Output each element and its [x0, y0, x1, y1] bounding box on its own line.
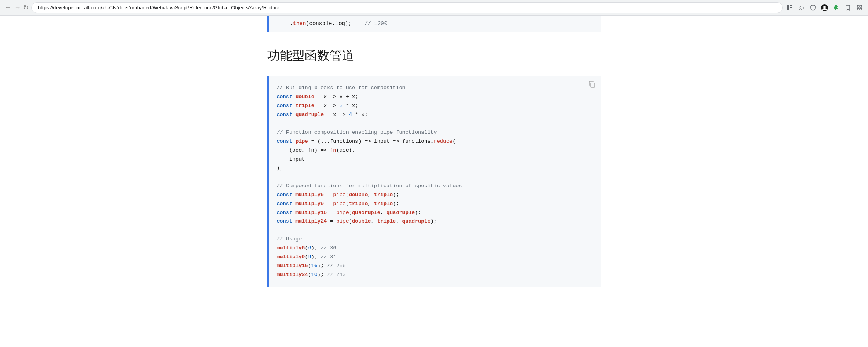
forward-icon[interactable]: →: [14, 3, 21, 12]
address-bar[interactable]: https://developer.mozilla.org/zh-CN/docs…: [31, 2, 783, 13]
extension-icon[interactable]: [832, 4, 840, 12]
shield-icon[interactable]: [809, 4, 817, 12]
profile-icon[interactable]: [821, 4, 828, 12]
back-icon[interactable]: ←: [5, 3, 12, 12]
reader-view-icon[interactable]: [786, 4, 794, 12]
browser-nav-icons: ← → ↻: [5, 3, 28, 12]
section-heading: 功能型函数管道: [267, 47, 601, 64]
content-wrapper: .then(console.log); // 1200 功能型函数管道 // B…: [260, 16, 609, 287]
svg-rect-8: [860, 5, 862, 7]
bookmark-icon[interactable]: [844, 4, 852, 12]
svg-point-6: [823, 6, 826, 8]
top-code-pre: .then(console.log); // 1200: [277, 19, 593, 28]
svg-rect-0: [787, 5, 789, 10]
browser-chrome: ← → ↻ https://developer.mozilla.org/zh-C…: [0, 0, 868, 16]
svg-rect-3: [790, 9, 792, 9]
svg-rect-9: [857, 8, 859, 10]
browser-right-icons: 文A: [786, 4, 863, 12]
top-code-block: .then(console.log); // 1200: [267, 16, 601, 32]
svg-rect-7: [857, 5, 859, 7]
svg-rect-1: [790, 5, 792, 6]
reload-icon[interactable]: ↻: [23, 4, 28, 11]
svg-rect-10: [860, 8, 862, 10]
svg-text:文A: 文A: [799, 6, 804, 10]
page-content: .then(console.log); // 1200 功能型函数管道 // B…: [0, 16, 868, 299]
translate-icon[interactable]: 文A: [797, 4, 805, 12]
extensions-icon[interactable]: [856, 4, 863, 12]
code-content: // Building-blocks to use for compositio…: [277, 84, 585, 280]
svg-rect-2: [790, 7, 792, 8]
copy-icon[interactable]: [588, 81, 596, 88]
svg-rect-11: [591, 83, 595, 87]
url-text: https://developer.mozilla.org/zh-CN/docs…: [38, 5, 281, 10]
main-code-block: // Building-blocks to use for compositio…: [267, 76, 601, 287]
